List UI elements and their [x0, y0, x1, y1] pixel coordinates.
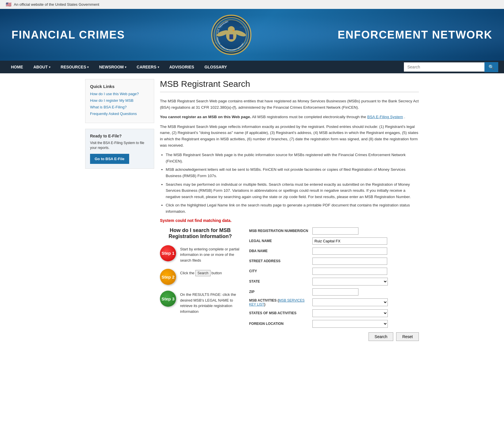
form-row-msb-activities: MSB ACTIVITIES (MSB Services Key List)	[249, 298, 419, 306]
quick-link-3[interactable]: Frequently Asked Questions	[90, 112, 149, 116]
select-states-msb[interactable]	[312, 309, 388, 317]
step-2-row: Step 2 Click the Search button	[160, 269, 240, 285]
quick-link-1[interactable]: How do I register My MSB	[90, 98, 149, 103]
quick-link-2[interactable]: What is BSA E-Filing?	[90, 105, 149, 109]
nav-item-home[interactable]: HOME	[6, 61, 28, 73]
input-city[interactable]	[312, 268, 387, 275]
select-state[interactable]	[312, 278, 388, 285]
form-row-dba-name: DBA NAME	[249, 248, 419, 255]
label-msb-activities: MSB ACTIVITIES (MSB Services Key List)	[249, 298, 312, 306]
efile-button[interactable]: Go to BSA E-File	[90, 154, 129, 164]
step-2-text: Click the Search button	[180, 269, 222, 276]
nav-search-input[interactable]	[404, 62, 484, 72]
efile-title: Ready to E-File?	[90, 134, 149, 138]
site-header: FINANCIAL CRIMES U.S. TREASURY FINANCIAL…	[0, 9, 504, 61]
svg-point-0	[212, 15, 251, 54]
label-street: STREET ADDRESS	[249, 259, 312, 263]
how-to-title: How do I search for MSB Registration Inf…	[160, 227, 240, 239]
gov-banner-text: An official website of the United States…	[14, 2, 99, 7]
bullet-3: Click on the highlighted Legal Name link…	[166, 202, 419, 214]
resources-dropdown-arrow: ▾	[87, 66, 89, 69]
svg-text:01000001: 01000001	[214, 42, 221, 44]
nav-bar: HOME ABOUT ▾ RESOURCES ▾ NEWSROOM ▾ CARE…	[0, 61, 504, 73]
input-msb-number[interactable]	[312, 227, 358, 235]
nav-item-glossary[interactable]: GLOSSARY	[199, 61, 232, 73]
bsa-efiling-link[interactable]: BSA E-Filing System	[367, 115, 403, 119]
svg-point-1	[214, 18, 249, 52]
nav-item-newsroom[interactable]: NEWSROOM ▾	[94, 61, 131, 73]
label-states-msb: STATES OF MSB ACTIVITIES	[249, 311, 312, 315]
select-foreign[interactable]	[312, 320, 388, 328]
bullet-1: MSB acknowledgement letters will not be …	[166, 166, 419, 179]
step-3-row: Step 3 On the RESULTS PAGE: click the de…	[160, 291, 240, 314]
nav-search-button[interactable]: 🔍	[484, 62, 498, 72]
form-row-city: CITY	[249, 268, 419, 275]
svg-rect-8	[229, 34, 233, 39]
step-1-text: Start by entering complete or partial in…	[180, 245, 240, 263]
form-row-legal-name: LEGAL NAME	[249, 237, 419, 245]
error-message: System could not find matching data.	[160, 218, 419, 223]
page-title: MSB Registrant Search	[160, 79, 419, 92]
header-title-right: ENFORCEMENT NETWORK	[338, 29, 492, 41]
form-row-zip: ZIP	[249, 288, 419, 296]
step-1-row: Step 1 Start by entering complete or par…	[160, 245, 240, 263]
quick-link-0[interactable]: How do I use this Web page?	[90, 92, 149, 96]
svg-text:01101100: 01101100	[241, 42, 248, 44]
input-dba-name[interactable]	[312, 248, 387, 255]
form-buttons: Search Reset	[249, 332, 419, 341]
careers-dropdown-arrow: ▾	[158, 66, 159, 69]
reset-button[interactable]: Reset	[396, 332, 419, 341]
nav-item-resources[interactable]: RESOURCES ▾	[56, 61, 94, 73]
search-btn-inline: Search	[195, 270, 210, 276]
step-3-circle: Step 3	[160, 291, 176, 307]
fincen-logo: U.S. TREASURY FINANCIAL CRIMES ENFORCEME…	[211, 15, 251, 55]
svg-text:FINANCIAL CRIMES ENFORCEMENT N: FINANCIAL CRIMES ENFORCEMENT NETWORK	[217, 37, 244, 51]
svg-point-3	[226, 29, 236, 42]
form-row-street: STREET ADDRESS	[249, 258, 419, 265]
form-row-foreign: FOREIGN LOCATION	[249, 320, 419, 328]
step-3-text: On the RESULTS PAGE: click the desired M…	[180, 291, 240, 314]
gov-banner: 🇺🇸 An official website of the United Sta…	[0, 0, 504, 9]
info-paragraph: The MSB Registrant Search Web page refle…	[160, 124, 419, 148]
newsroom-dropdown-arrow: ▾	[125, 66, 126, 69]
main-content: MSB Registrant Search The MSB Registrant…	[160, 79, 419, 341]
quick-links-title: Quick Links	[90, 84, 149, 89]
svg-text:U.S. TREASURY: U.S. TREASURY	[217, 20, 229, 33]
intro-paragraph: The MSB Registrant Search Web page conta…	[160, 98, 419, 110]
how-to-search: How do I search for MSB Registration Inf…	[160, 227, 240, 341]
select-msb-activities[interactable]	[312, 298, 388, 306]
input-legal-name[interactable]	[312, 237, 387, 245]
svg-text:01110100: 01110100	[240, 26, 247, 28]
form-row-states-msb: STATES OF MSB ACTIVITIES	[249, 309, 419, 317]
step-2-circle: Step 2	[160, 269, 176, 285]
label-legal-name: LEGAL NAME	[249, 239, 312, 243]
search-button[interactable]: Search	[369, 332, 393, 341]
nav-item-about[interactable]: ABOUT ▾	[28, 61, 56, 73]
quick-links-box: Quick Links How do I use this Web page? …	[85, 79, 154, 123]
nav-item-advisories[interactable]: ADVISORIES	[164, 61, 199, 73]
step-1-circle: Step 1	[160, 245, 176, 261]
nav-search: 🔍	[404, 62, 498, 72]
label-city: CITY	[249, 269, 312, 273]
svg-point-5	[233, 29, 247, 38]
msb-services-key-link[interactable]: MSB Services Key List	[249, 298, 305, 306]
input-zip[interactable]	[312, 288, 358, 296]
main-container: Quick Links How do I use this Web page? …	[79, 73, 425, 347]
efile-box: Ready to E-File? Visit the BSA E-Filing …	[85, 129, 154, 169]
efile-text: Visit the BSA E-Filing System to file yo…	[90, 141, 149, 150]
label-state: STATE	[249, 279, 312, 283]
sidebar: Quick Links How do I use this Web page? …	[85, 79, 154, 341]
notice-paragraph: You cannot register as an MSB on this We…	[160, 114, 419, 120]
svg-point-6	[228, 26, 235, 33]
input-street[interactable]	[312, 258, 387, 265]
nav-item-careers[interactable]: CAREERS ▾	[131, 61, 164, 73]
form-row-state: STATE	[249, 278, 419, 285]
bullet-0: The MSB Registrant Search Web page is th…	[166, 152, 419, 164]
form-row-msb-number: MSB REGISTRATION NUMBER/DCN	[249, 227, 419, 235]
svg-text:01000110: 01000110	[215, 26, 222, 28]
label-foreign: FOREIGN LOCATION	[249, 322, 312, 326]
about-dropdown-arrow: ▾	[49, 66, 50, 69]
info-bullets: The MSB Registrant Search Web page is th…	[166, 152, 419, 214]
flag-icon: 🇺🇸	[6, 2, 12, 7]
label-zip: ZIP	[249, 290, 312, 294]
